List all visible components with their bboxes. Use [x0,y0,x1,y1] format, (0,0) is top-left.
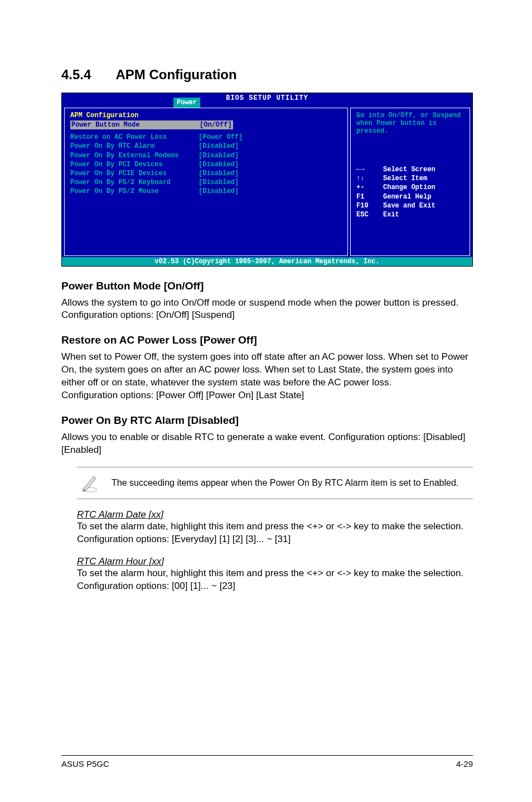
key-desc: Select Screen [383,165,436,174]
key-sym: F10 [356,201,383,210]
bios-panel-heading: APM Configuration [70,112,342,119]
key-sym: ↑↓ [356,174,383,183]
subsection-title: Power On By RTC Alarm [Disabled] [61,414,473,427]
bios-row: Power On By PS/2 Keyboard [Disabled] [70,178,342,187]
subsection: Power On By RTC Alarm [Disabled] Allows … [61,414,473,457]
bios-row-label: Power On By PS/2 Keyboard [70,178,199,187]
bios-row-value: [Power Off] [199,133,243,142]
subsection-title: Power Button Mode [On/Off] [61,280,473,292]
subsection-body: Allows the system to go into On/Off mode… [61,297,473,322]
subsection: Power Button Mode [On/Off] Allows the sy… [61,280,473,322]
key-desc: General Help [383,192,431,201]
sub-item-body: To set the alarm date, highlight this it… [77,520,473,546]
bios-row: Power Button Mode [On/Off] [70,120,342,129]
bios-header-title: BIOS SETUP UTILITY [62,94,472,102]
bios-row: Power On By PS/2 Mouse [Disabled] [70,187,342,196]
key-sym: F1 [356,192,383,201]
bios-row-value: [On/Off] [199,120,233,129]
sub-item-body: To set the alarm hour, highlight this it… [77,567,473,593]
bios-row-label: Power On By External Modems [70,151,199,160]
bios-right-panel: Go into On/Off, or Suspend when Power bu… [350,108,470,256]
bios-row: Power On By External Modems [Disabled] [70,151,342,160]
bios-key-row: ↑↓Select Item [356,174,464,183]
bios-key-row: F10Save and Exit [356,201,464,210]
bios-screenshot: BIOS SETUP UTILITY Power APM Configurati… [61,93,473,267]
key-sym: ←→ [356,165,383,174]
sub-item-title: RTC Alarm Hour [xx] [77,556,473,567]
sub-item: RTC Alarm Hour [xx] To set the alarm hou… [77,556,473,593]
bios-row-label: Power Button Mode [70,120,199,129]
bios-row: Restore on AC Power Loss [Power Off] [70,133,342,142]
subsection: Restore on AC Power Loss [Power Off] Whe… [61,334,473,402]
bios-key-row: +-Change Option [356,183,464,192]
bios-row-value: [Disabled] [199,142,239,151]
bios-key-row: F1General Help [356,192,464,201]
bios-row-label: Restore on AC Power Loss [70,133,199,142]
bios-keys-block: ←→Select Screen ↑↓Select Item +-Change O… [356,165,464,219]
key-sym: +- [356,183,383,192]
bios-row-label: Power On By PS/2 Mouse [70,187,199,196]
note-text: The succeeding items appear when the Pow… [112,477,458,489]
key-sym: ESC [356,210,383,219]
footer-right: 4-29 [456,759,473,769]
key-desc: Save and Exit [383,201,436,210]
bios-footer: v02.53 (C)Copyright 1985-2007, American … [62,257,472,266]
bios-row-label: Power On By PCI Devices [70,160,199,169]
note-box: The succeeding items appear when the Pow… [77,467,473,499]
key-desc: Change Option [383,183,436,192]
sub-item-title: RTC Alarm Date [xx] [77,509,473,520]
bios-row: Power On By RTC Alarm [Disabled] [70,142,342,151]
bios-row-label: Power On By RTC Alarm [70,142,199,151]
bios-key-row: ESCExit [356,210,464,219]
section-heading: APM Configuration [115,67,236,82]
page-footer: ASUS P5GC 4-29 [61,755,473,769]
section-title: 4.5.4APM Configuration [61,67,473,83]
bios-row: Power On By PCI Devices [Disabled] [70,160,342,169]
bios-row-value: [Disabled] [199,178,239,187]
section-number: 4.5.4 [61,67,91,82]
subsection-title: Restore on AC Power Loss [Power Off] [61,334,473,346]
bios-row: Power On By PCIE Devices [Disabled] [70,169,342,178]
key-desc: Select Item [383,174,427,183]
subsection-body: When set to Power Off, the system goes i… [61,351,473,402]
bios-help-text: Go into On/Off, or Suspend when Power bu… [356,112,464,135]
bios-row-value: [Disabled] [199,160,239,169]
footer-left: ASUS P5GC [61,759,109,769]
bios-row-label: Power On By PCIE Devices [70,169,199,178]
bios-row-value: [Disabled] [199,169,239,178]
pencil-icon [77,472,101,494]
subsection-body: Allows you to enable or disable RTC to g… [61,431,473,457]
bios-body: APM Configuration Power Button Mode [On/… [62,107,472,257]
bios-header: BIOS SETUP UTILITY Power [62,93,472,107]
bios-left-panel: APM Configuration Power Button Mode [On/… [64,108,348,256]
key-desc: Exit [383,210,399,219]
sub-item: RTC Alarm Date [xx] To set the alarm dat… [77,509,473,546]
bios-row-value: [Disabled] [199,151,239,160]
bios-key-row: ←→Select Screen [356,165,464,174]
bios-row-value: [Disabled] [199,187,239,196]
